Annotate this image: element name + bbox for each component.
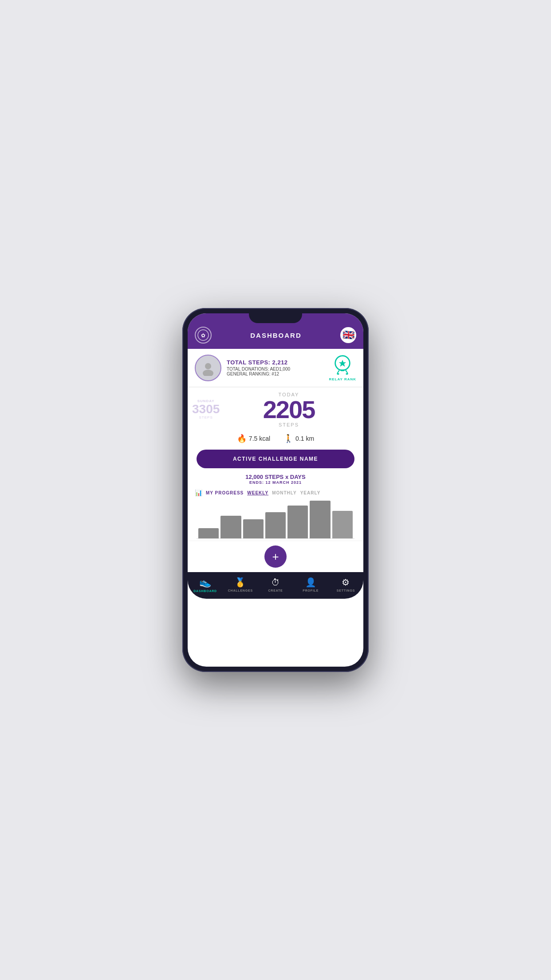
progress-section: 📊 MY PROGRESS WEEKLY MONTHLY YEARLY [188,487,363,499]
nav-challenges[interactable]: 🥇 CHALLENGES [223,575,258,594]
fire-icon: 🔥 [237,434,247,443]
km-metric: 🚶 0.1 km [283,434,314,443]
kcal-metric: 🔥 7.5 kcal [237,434,270,443]
bar-item [265,512,286,538]
app-logo[interactable]: ✿ [195,327,212,344]
nav-profile[interactable]: 👤 PROFILE [293,575,328,594]
svg-rect-6 [341,370,345,371]
dashboard-icon: 👟 [199,577,211,588]
plus-section: + [188,541,363,572]
nav-dashboard-label: DASHBOARD [193,589,217,593]
progress-icon: 📊 [195,489,202,496]
bar-item [310,501,330,538]
challenge-ends: ENDS: 12 MARCH 2021 [195,480,356,485]
challenge-details: 12,000 STEPS x DAYS ENDS: 12 MARCH 2021 [188,472,363,487]
nav-create[interactable]: ⏱ CREATE [258,575,293,594]
metrics-row: 🔥 7.5 kcal 🚶 0.1 km [188,431,363,446]
walk-icon: 🚶 [283,434,293,443]
tab-yearly[interactable]: YEARLY [300,490,321,495]
bottom-nav: 👟 DASHBOARD 🥇 CHALLENGES ⏱ CREATE 👤 PROF… [188,572,363,599]
bar-chart-container [188,499,363,539]
header-title: DASHBOARD [250,332,302,339]
nav-challenges-label: CHALLENGES [228,589,253,592]
svg-marker-5 [339,360,346,367]
challenges-icon: 🥇 [235,577,246,588]
create-icon: ⏱ [271,577,280,588]
phone-screen: ✿ DASHBOARD 🇬🇧 TOTAL STEPS: 2,212 TOTAL … [188,313,363,667]
nav-dashboard[interactable]: 👟 DASHBOARD [188,575,223,594]
bar-item [243,519,264,538]
nav-settings-label: SETTINGS [337,589,355,592]
nav-settings[interactable]: ⚙ SETTINGS [328,575,363,594]
svg-point-2 [205,363,211,369]
yesterday-steps: SUNDAY 3305 STEPS [192,399,220,419]
progress-tabs: 📊 MY PROGRESS WEEKLY MONTHLY YEARLY [195,489,356,496]
phone-frame: ✿ DASHBOARD 🇬🇧 TOTAL STEPS: 2,212 TOTAL … [182,308,369,672]
avatar [195,355,221,381]
svg-text:✿: ✿ [201,332,205,339]
bar-item [287,506,308,538]
add-button[interactable]: + [264,545,287,568]
steps-section: SUNDAY 3305 STEPS TODAY 2205 STEPS [188,387,363,431]
nav-profile-label: PROFILE [303,589,319,592]
svg-point-8 [346,373,348,375]
relay-badge: RELAY RANK [329,354,356,381]
challenge-button[interactable]: ACTIVE CHALLENGE NAME [197,450,354,468]
svg-point-7 [337,373,339,375]
flag-icon[interactable]: 🇬🇧 [340,327,356,343]
profile-row: TOTAL STEPS: 2,212 TOTAL DONATIONS: AED1… [188,349,363,387]
bar-item [332,511,353,538]
settings-icon: ⚙ [342,577,350,588]
donation-text: TOTAL DONATIONS: AED1,000 [227,367,325,371]
ranking-text: GENERAL RANKING: #12 [227,371,325,376]
my-progress-label: MY PROGRESS [206,490,244,495]
total-steps: TOTAL STEPS: 2,212 [227,359,325,366]
tab-weekly[interactable]: WEEKLY [247,490,268,495]
profile-icon: 👤 [305,577,316,588]
relay-label: RELAY RANK [329,377,356,381]
tab-monthly[interactable]: MONTHLY [272,490,297,495]
bar-item [220,516,241,538]
challenge-steps: 12,000 STEPS x DAYS [195,474,356,480]
nav-create-label: CREATE [268,589,283,592]
bar-chart [197,499,354,539]
svg-point-3 [203,370,213,376]
notch [249,313,302,323]
profile-stats: TOTAL STEPS: 2,212 TOTAL DONATIONS: AED1… [227,359,325,376]
bar-item [198,528,219,538]
